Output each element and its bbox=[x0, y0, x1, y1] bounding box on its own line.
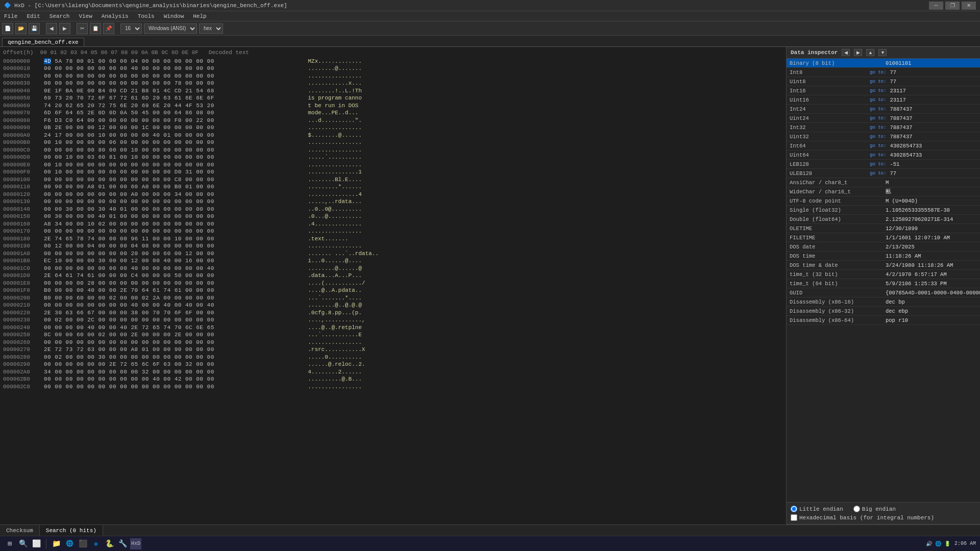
table-row[interactable]: 00000160 A8 34 00 00 10 02 00 00 00 00 0… bbox=[3, 220, 783, 228]
undo-button[interactable]: ◀ bbox=[46, 23, 57, 34]
table-row[interactable]: 00000290 00 00 00 00 00 00 2E 72 65 6C 6… bbox=[3, 361, 783, 368]
table-row[interactable]: 000001B0 EC 10 00 00 00 30 00 00 12 00 0… bbox=[3, 257, 783, 265]
table-row[interactable]: 00000050 69 73 20 70 72 6F 67 72 61 6D 2… bbox=[3, 94, 783, 102]
big-endian-radio[interactable]: Big endian bbox=[853, 506, 896, 512]
table-row[interactable]: 00000280 00 02 00 00 00 30 00 00 00 00 0… bbox=[3, 354, 783, 361]
table-row[interactable]: 00000250 8C 00 00 60 00 02 00 00 2E 00 0… bbox=[3, 331, 783, 339]
menu-item-edit[interactable]: Edit bbox=[24, 13, 42, 19]
file-tab[interactable]: qengine_bench_off.exe bbox=[2, 38, 84, 46]
table-row[interactable]: 000002C0 00 00 00 00 00 00 00 00 00 00 0… bbox=[3, 383, 783, 391]
file-explorer-icon[interactable]: 📁 bbox=[51, 538, 62, 549]
table-row[interactable]: 00000110 00 90 00 00 A8 01 00 00 60 A0 0… bbox=[3, 183, 783, 191]
terminal-icon[interactable]: ⬛ bbox=[77, 538, 88, 549]
inspector-goto-link[interactable]: go to: bbox=[868, 70, 888, 75]
table-row[interactable]: 000002B0 00 00 00 00 00 00 00 00 00 00 4… bbox=[3, 375, 783, 383]
inspector-goto-link[interactable]: go to: bbox=[868, 134, 888, 139]
table-row[interactable]: 000001D0 2E 64 61 74 61 00 00 00 C4 00 0… bbox=[3, 272, 783, 280]
bottom-tab-0[interactable]: Checksum bbox=[0, 525, 40, 536]
table-row[interactable]: 000001C0 00 00 00 00 00 00 00 00 40 00 0… bbox=[3, 265, 783, 272]
size-dropdown[interactable]: 16 bbox=[120, 23, 142, 34]
redo-button[interactable]: ▶ bbox=[59, 23, 70, 34]
table-row[interactable]: 00000060 74 20 62 65 20 72 75 6E 20 69 6… bbox=[3, 102, 783, 110]
inspector-down-button[interactable]: ▼ bbox=[878, 49, 887, 56]
table-row[interactable]: 00000090 0B 2E 00 00 00 12 00 00 00 1C 0… bbox=[3, 124, 783, 132]
table-row[interactable]: 000001F0 B0 00 00 00 40 00 00 2E 70 64 6… bbox=[3, 287, 783, 294]
encoding-dropdown[interactable]: Windows (ANSI) bbox=[144, 23, 197, 34]
table-row[interactable]: 00000100 00 00 00 00 00 00 00 00 00 00 0… bbox=[3, 176, 783, 184]
minimize-button[interactable]: ─ bbox=[929, 2, 943, 10]
inspector-goto-link[interactable]: go to: bbox=[868, 153, 888, 158]
search-taskbar-icon[interactable]: 🔍 bbox=[17, 538, 29, 549]
table-row[interactable]: 000000F0 00 10 00 00 00 00 00 00 00 00 0… bbox=[3, 168, 783, 176]
bottom-tab-1[interactable]: Search (0 hits) bbox=[40, 525, 103, 536]
chrome-icon[interactable]: 🌐 bbox=[64, 538, 75, 549]
inspector-goto-link[interactable]: go to: bbox=[868, 116, 888, 121]
table-row[interactable]: 00000130 00 00 00 00 00 00 00 00 00 00 0… bbox=[3, 198, 783, 206]
table-row[interactable]: 000001A0 00 00 00 00 00 00 00 00 20 00 0… bbox=[3, 250, 783, 258]
hxd-icon[interactable]: HxD bbox=[130, 538, 141, 549]
open-button[interactable]: 📂 bbox=[15, 23, 27, 34]
inspector-goto-link[interactable]: go to: bbox=[868, 88, 888, 93]
save-button[interactable]: 💾 bbox=[29, 23, 40, 34]
inspector-goto-link[interactable]: go to: bbox=[868, 171, 888, 176]
menu-item-analysis[interactable]: Analysis bbox=[100, 13, 131, 19]
table-row[interactable]: 00000190 00 12 00 00 04 00 00 00 04 08 0… bbox=[3, 242, 783, 250]
inspector-goto-link[interactable]: go to: bbox=[868, 79, 888, 84]
python-icon[interactable]: 🐍 bbox=[104, 538, 115, 549]
table-row[interactable]: 00000040 0E 1F BA 0E 00 B4 09 CD 21 B8 0… bbox=[3, 87, 783, 95]
table-row[interactable]: 00000020 00 00 00 00 00 00 00 00 00 00 0… bbox=[3, 72, 783, 80]
menu-item-window[interactable]: Window bbox=[162, 13, 186, 19]
table-row[interactable]: 00000030 00 00 00 00 00 00 00 00 00 00 0… bbox=[3, 80, 783, 87]
inspector-prev-button[interactable]: ◀ bbox=[842, 49, 850, 56]
table-row[interactable]: 00000230 00 02 00 00 2C 00 00 00 00 00 0… bbox=[3, 316, 783, 324]
table-row[interactable]: 00000010 00 00 00 00 00 00 00 00 40 00 0… bbox=[3, 65, 783, 72]
taskview-icon[interactable]: ⬜ bbox=[31, 538, 42, 549]
menu-item-tools[interactable]: Tools bbox=[136, 13, 157, 19]
cut-button[interactable]: ✂ bbox=[77, 23, 88, 34]
vscode-icon[interactable]: ◈ bbox=[90, 538, 102, 549]
menu-item-file[interactable]: File bbox=[2, 13, 19, 19]
inspector-up-button[interactable]: ▲ bbox=[866, 49, 874, 56]
table-row[interactable]: 00000150 00 30 00 00 00 40 01 00 00 00 0… bbox=[3, 213, 783, 220]
close-button[interactable]: ✕ bbox=[962, 2, 976, 10]
table-row[interactable]: 00000220 2E 30 63 66 67 00 00 00 38 00 7… bbox=[3, 309, 783, 317]
copy-button[interactable]: 📋 bbox=[90, 23, 101, 34]
table-row[interactable]: 00000080 F6 D3 C0 64 00 00 00 00 00 00 0… bbox=[3, 117, 783, 124]
table-row[interactable]: 00000260 00 00 00 00 00 00 00 00 00 00 0… bbox=[3, 339, 783, 346]
inspector-goto-link[interactable]: go to: bbox=[868, 125, 888, 130]
table-row[interactable]: 000000A0 24 17 00 00 00 10 00 00 00 00 4… bbox=[3, 132, 783, 139]
table-row[interactable]: 000000D0 00 00 10 00 03 60 81 00 10 00 0… bbox=[3, 154, 783, 161]
start-button[interactable]: ⊞ bbox=[4, 538, 15, 549]
table-row[interactable]: 00000170 00 00 00 00 00 00 00 00 00 00 0… bbox=[3, 228, 783, 235]
hexview[interactable]: Offset(h) 00 01 02 03 04 05 06 07 08 09 … bbox=[0, 47, 786, 524]
menu-item-view[interactable]: View bbox=[77, 13, 94, 19]
table-row[interactable]: 00000210 00 00 00 00 00 00 00 00 40 00 0… bbox=[3, 302, 783, 309]
inspector-goto-link[interactable]: go to: bbox=[868, 107, 888, 112]
new-button[interactable]: 📄 bbox=[2, 23, 13, 34]
table-row[interactable]: 00000180 2E 74 65 78 74 00 00 00 96 11 0… bbox=[3, 235, 783, 243]
base-dropdown[interactable]: hex bbox=[199, 23, 223, 34]
table-row[interactable]: 00000120 00 00 00 00 00 00 00 00 A0 00 0… bbox=[3, 191, 783, 198]
table-row[interactable]: 00000000 4D 5A 78 00 01 00 00 00 04 00 0… bbox=[3, 58, 783, 65]
menu-item-search[interactable]: Search bbox=[47, 13, 72, 19]
inspector-next-button[interactable]: ▶ bbox=[854, 49, 862, 56]
inspector-goto-link[interactable]: go to: bbox=[868, 143, 888, 148]
table-row[interactable]: 00000270 2E 72 73 72 63 00 00 00 A8 01 0… bbox=[3, 346, 783, 354]
table-row[interactable]: 000000C0 00 00 00 00 00 80 00 00 10 00 0… bbox=[3, 146, 783, 154]
table-row[interactable]: 000000E0 00 10 00 00 00 00 00 00 00 00 0… bbox=[3, 161, 783, 169]
table-row[interactable]: 00000200 B0 00 00 60 00 00 02 00 00 02 2… bbox=[3, 294, 783, 302]
ida-icon[interactable]: 🔧 bbox=[117, 538, 128, 549]
table-row[interactable]: 00000140 00 00 30 00 00 30 40 01 00 00 0… bbox=[3, 206, 783, 213]
table-row[interactable]: 000000B0 00 10 00 00 00 00 06 00 00 00 0… bbox=[3, 139, 783, 146]
table-row[interactable]: 000002A0 34 00 00 00 00 00 00 00 00 32 0… bbox=[3, 368, 783, 376]
inspector-goto-link[interactable]: go to: bbox=[868, 162, 888, 167]
table-row[interactable]: 000001E0 00 00 00 00 28 00 00 00 00 00 0… bbox=[3, 280, 783, 287]
table-row[interactable]: 00000240 00 00 00 00 40 00 00 40 2E 72 6… bbox=[3, 324, 783, 332]
inspector-goto-link[interactable]: go to: bbox=[868, 97, 888, 103]
restore-button[interactable]: ❐ bbox=[945, 2, 960, 10]
hexbasis-checkbox[interactable] bbox=[791, 514, 797, 521]
paste-button[interactable]: 📌 bbox=[103, 23, 114, 34]
little-endian-radio[interactable]: Little endian bbox=[791, 506, 843, 512]
table-row[interactable]: 00000070 6D 6F 64 65 2E 0D 0D 0A 50 45 0… bbox=[3, 109, 783, 117]
menu-item-help[interactable]: Help bbox=[191, 13, 208, 19]
